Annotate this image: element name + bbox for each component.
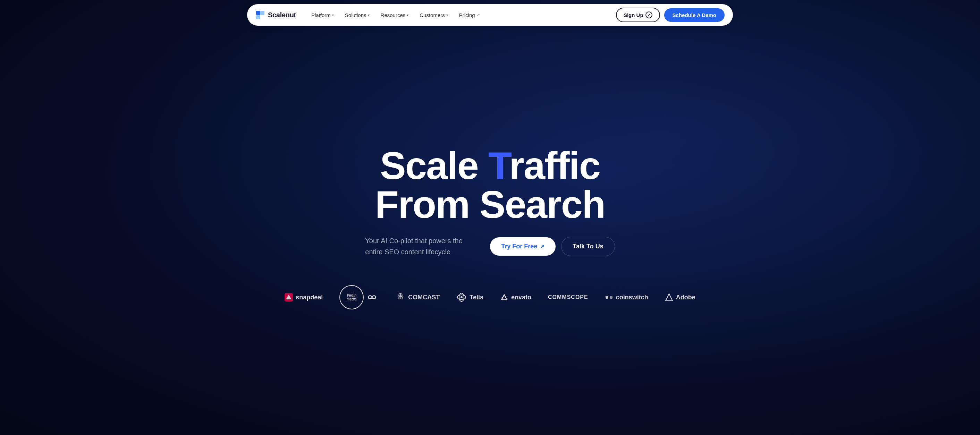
arrow-icon: ↗ (540, 243, 544, 250)
logo-adobe: Adobe (665, 293, 695, 302)
hero-section: Scale Traffic From Search Your AI Co-pil… (0, 0, 980, 435)
svg-point-8 (398, 297, 400, 299)
telia-icon (457, 292, 467, 303)
logo-coinswitch: coinswitch (605, 293, 648, 302)
nav-item-resources[interactable]: Resources ▾ (377, 10, 413, 20)
hero-title-raffic: raffic (509, 144, 600, 187)
logo-comcast: COMCAST (396, 292, 440, 302)
svg-marker-18 (666, 294, 673, 301)
talk-to-us-button[interactable]: Talk To Us (561, 237, 614, 256)
chevron-down-icon: ▾ (368, 13, 369, 17)
nav-item-customers[interactable]: Customers ▾ (415, 10, 452, 20)
svg-rect-16 (606, 296, 608, 298)
nav-link-pricing[interactable]: Pricing ↗ (455, 10, 484, 20)
hero-title: Scale Traffic From Search (365, 146, 614, 224)
logo-commscope: COMMSCOPE (548, 294, 588, 300)
navbar-left: Scalenut Platform ▾ Solutions ▾ Resource… (255, 10, 484, 20)
logos-strip: snapdeal Virginmedia COMCAST (14, 285, 966, 310)
hero-title-highlight: T (488, 144, 509, 187)
logo-virgin-media: Virginmedia (339, 285, 379, 310)
coinswitch-icon (605, 293, 613, 302)
svg-rect-0 (256, 11, 260, 15)
scalenut-logo-icon (255, 10, 265, 20)
adobe-icon (665, 293, 673, 302)
nav-item-platform[interactable]: Platform ▾ (307, 10, 338, 20)
svg-rect-2 (256, 15, 260, 19)
svg-rect-1 (260, 11, 264, 15)
try-for-free-button[interactable]: Try For Free ↗ (490, 237, 555, 256)
nav-item-solutions[interactable]: Solutions ▾ (341, 10, 374, 20)
hero-description: Your AI Co-pilot that powers the entire … (365, 235, 469, 257)
envato-icon (500, 293, 508, 302)
infinity-icon (365, 293, 379, 302)
logo-snapdeal: snapdeal (285, 293, 323, 302)
logo-link[interactable]: Scalenut (255, 10, 296, 20)
hero-title-scale: Scale (380, 144, 488, 187)
navbar-right: Sign Up ↗ Schedule A Demo (616, 8, 725, 22)
nav-link-resources[interactable]: Resources ▾ (377, 10, 413, 20)
external-link-icon: ↗ (476, 13, 480, 17)
signup-button[interactable]: Sign Up ↗ (616, 8, 660, 22)
chevron-down-icon: ▾ (407, 13, 409, 17)
nav-link-solutions[interactable]: Solutions ▾ (341, 10, 374, 20)
hero-content: Scale Traffic From Search Your AI Co-pil… (365, 146, 614, 257)
comcast-icon (396, 292, 405, 302)
chevron-down-icon: ▾ (332, 13, 334, 17)
arrow-icon: ↗ (646, 11, 652, 18)
navbar: Scalenut Platform ▾ Solutions ▾ Resource… (247, 4, 733, 26)
nav-link-customers[interactable]: Customers ▾ (415, 10, 452, 20)
svg-point-13 (460, 296, 463, 298)
logo-text: Scalenut (268, 11, 296, 19)
virgin-circle-icon: Virginmedia (339, 285, 364, 310)
logo-envato: envato (500, 293, 531, 302)
nav-item-pricing[interactable]: Pricing ↗ (455, 10, 484, 20)
hero-title-line2: From Search (375, 183, 605, 226)
hero-subtitle-row: Your AI Co-pilot that powers the entire … (365, 235, 614, 257)
svg-rect-17 (610, 296, 612, 298)
nav-links: Platform ▾ Solutions ▾ Resources ▾ Custo… (307, 10, 484, 20)
chevron-down-icon: ▾ (446, 13, 448, 17)
svg-point-9 (401, 297, 403, 299)
hero-buttons: Try For Free ↗ Talk To Us (490, 237, 614, 256)
schedule-demo-button[interactable]: Schedule A Demo (664, 8, 725, 22)
logo-telia: Telia (457, 292, 484, 303)
nav-link-platform[interactable]: Platform ▾ (307, 10, 338, 20)
snapdeal-icon (285, 293, 293, 302)
